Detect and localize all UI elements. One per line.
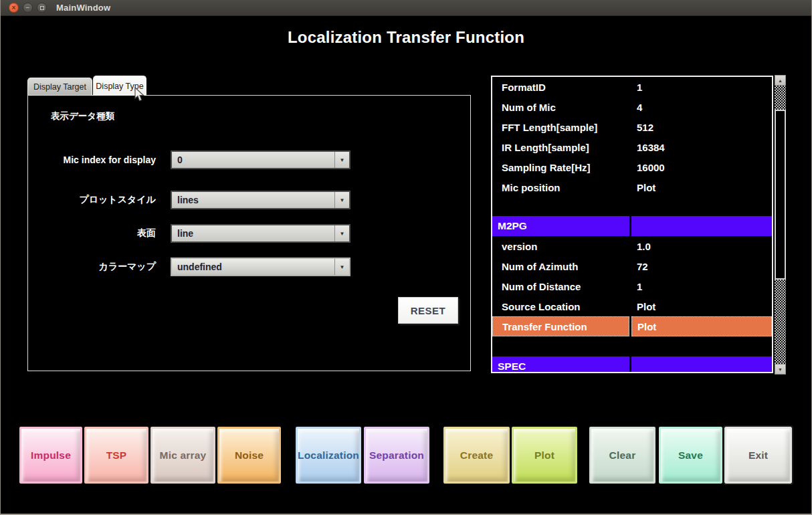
impulse-button[interactable]: Impulse — [19, 427, 82, 484]
surface-label: 表面 — [137, 224, 156, 243]
scroll-up-button[interactable]: ▲ — [775, 75, 786, 86]
reset-button[interactable]: RESET — [398, 297, 458, 324]
plot-button[interactable]: Plot — [512, 427, 577, 484]
table-row[interactable]: Num of Mic4 — [492, 97, 772, 117]
row-value: 16384 — [631, 137, 772, 157]
row-value: Plot — [631, 316, 772, 336]
titlebar: × − MainWindow — [1, 0, 811, 16]
dropdown-arrow-button[interactable]: ▼ — [334, 192, 349, 208]
row-label: FFT Length[sample] — [492, 117, 629, 137]
page-title: Localization Transfer Function — [1, 28, 811, 47]
chevron-down-icon: ▼ — [340, 264, 345, 270]
table-row[interactable]: Sampling Rate[Hz]16000 — [492, 157, 772, 177]
row-value — [631, 216, 772, 236]
triangle-up-icon: ▲ — [778, 78, 783, 83]
info-table: FormatID1 Num of Mic4 FFT Length[sample]… — [491, 76, 773, 373]
row-label: Sampling Rate[Hz] — [492, 157, 629, 177]
mic-index-value: 0 — [172, 154, 334, 165]
clear-button[interactable]: Clear — [589, 427, 655, 484]
plot-style-label: プロットスタイル — [79, 191, 156, 209]
mic-index-label: Mic index for display — [64, 150, 156, 169]
row-value: Plot — [631, 296, 772, 316]
separation-button[interactable]: Separation — [364, 427, 429, 484]
row-label: Num of Distance — [492, 276, 629, 296]
row-value: 4 — [631, 97, 772, 117]
row-value: 1.0 — [631, 236, 772, 256]
mic-array-button[interactable]: Mic array — [150, 427, 215, 484]
surface-dropdown[interactable]: line ▼ — [171, 224, 350, 243]
table-scrollbar: ▲ ▼ — [775, 75, 786, 375]
display-type-panel: 表示データ種類 Mic index for display 0 ▼ プロットスタ… — [27, 95, 471, 371]
table-row[interactable]: FFT Length[sample]512 — [492, 117, 772, 137]
surface-value: line — [172, 228, 334, 239]
plot-style-dropdown[interactable]: lines ▼ — [171, 191, 350, 209]
table-row[interactable]: version1.0 — [492, 236, 772, 256]
row-value — [631, 356, 772, 373]
row-label: IR Length[sample] — [492, 137, 629, 157]
exit-button[interactable]: Exit — [724, 427, 792, 484]
triangle-down-icon: ▼ — [778, 367, 783, 372]
tab-display-type[interactable]: Display Type — [93, 76, 146, 96]
scroll-down-button[interactable]: ▼ — [775, 364, 786, 375]
chevron-down-icon: ▼ — [340, 157, 345, 163]
row-value: 512 — [631, 117, 772, 137]
row-label: FormatID — [492, 77, 629, 97]
row-label: Num of Azimuth — [492, 256, 629, 276]
save-button[interactable]: Save — [659, 427, 722, 484]
dropdown-arrow-button[interactable]: ▼ — [334, 259, 349, 275]
table-section-header-m2pg[interactable]: M2PG — [492, 216, 772, 236]
row-value: 1 — [631, 77, 772, 97]
row-value: Plot — [631, 177, 772, 197]
main-window: × − MainWindow Localization Transfer Fun… — [0, 0, 812, 515]
form-row-plot-style: プロットスタイル lines ▼ — [28, 191, 470, 209]
maximize-button[interactable] — [37, 3, 47, 13]
table-row[interactable]: IR Length[sample]16384 — [492, 137, 772, 157]
tsp-button[interactable]: TSP — [84, 427, 148, 484]
mic-index-dropdown[interactable]: 0 ▼ — [171, 150, 350, 169]
table-row[interactable]: Num of Azimuth72 — [492, 256, 772, 276]
chevron-down-icon: ▼ — [340, 231, 345, 237]
maximize-icon — [40, 6, 44, 10]
table-spacer-row — [492, 336, 772, 356]
window-title: MainWindow — [56, 3, 110, 13]
scrollbar-track[interactable] — [775, 86, 786, 364]
table-row[interactable]: Num of Distance1 — [492, 276, 772, 296]
form-row-mic-index: Mic index for display 0 ▼ — [28, 150, 470, 169]
colormap-label: カラーマップ — [98, 258, 156, 276]
close-button[interactable]: × — [9, 3, 19, 13]
create-button[interactable]: Create — [443, 427, 510, 484]
section-title: M2PG — [492, 216, 629, 236]
table-row[interactable]: FormatID1 — [492, 77, 772, 97]
section-title: SPEC — [492, 356, 629, 373]
row-value: 1 — [631, 276, 772, 296]
colormap-value: undefined — [172, 262, 334, 272]
table-section-header-spec[interactable]: SPEC — [492, 356, 772, 373]
tab-display-target[interactable]: Display Target — [27, 78, 92, 96]
form-row-colormap: カラーマップ undefined ▼ — [28, 258, 470, 276]
colormap-dropdown[interactable]: undefined ▼ — [171, 258, 350, 276]
table-row-selected[interactable]: Transfer FunctionPlot — [492, 316, 772, 336]
minimize-button[interactable]: − — [23, 3, 33, 13]
table-spacer-row — [492, 197, 772, 216]
chevron-down-icon: ▼ — [340, 197, 345, 203]
row-value: 72 — [631, 256, 772, 276]
plot-style-value: lines — [172, 195, 334, 205]
row-label: version — [492, 236, 629, 256]
table-row[interactable]: Source LocationPlot — [492, 296, 772, 316]
row-label: Transfer Function — [492, 316, 629, 336]
row-label: Num of Mic — [492, 97, 629, 117]
dropdown-arrow-button[interactable]: ▼ — [334, 225, 349, 241]
noise-button[interactable]: Noise — [217, 427, 281, 484]
section-label: 表示データ種類 — [51, 110, 114, 122]
form-row-surface: 表面 line ▼ — [28, 224, 470, 243]
row-label: Source Location — [492, 296, 629, 316]
localization-button[interactable]: Localization — [296, 427, 361, 484]
dropdown-arrow-button[interactable]: ▼ — [334, 152, 349, 168]
table-row[interactable]: Mic positionPlot — [492, 177, 772, 197]
row-label: Mic position — [492, 177, 629, 197]
scrollbar-thumb[interactable] — [775, 110, 786, 280]
row-value: 16000 — [631, 157, 772, 177]
